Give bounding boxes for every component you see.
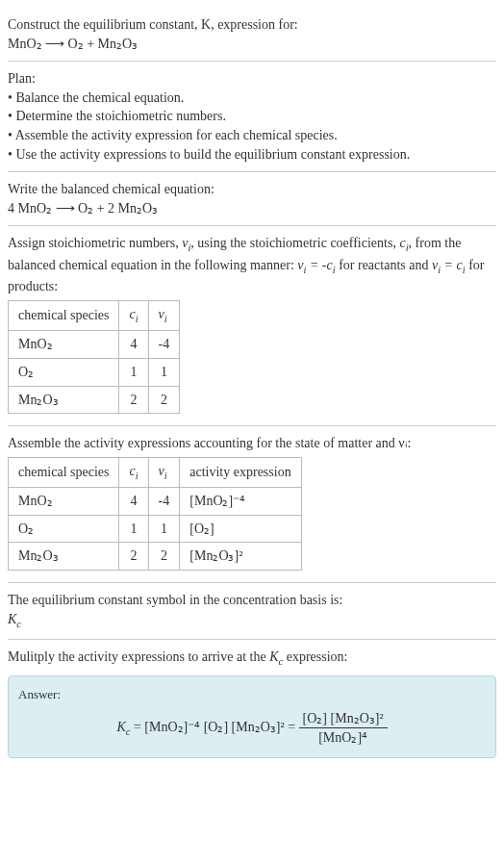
table-row: O₂ 1 1 [O₂] xyxy=(9,515,302,543)
frac-denominator: [MnO₂]⁴ xyxy=(299,728,388,748)
cell-expr: [O₂] xyxy=(180,515,301,543)
kc-lhs: Kc xyxy=(116,720,130,734)
activity-section: Assemble the activity expressions accoun… xyxy=(8,426,496,583)
cell-ci: 2 xyxy=(119,386,148,414)
col-species: chemical species xyxy=(9,300,119,330)
cell-species: MnO₂ xyxy=(9,488,119,516)
intro-line: Construct the equilibrium constant, K, e… xyxy=(8,15,496,35)
kc-expression: Kc = [MnO₂]⁻⁴ [O₂] [Mn₂O₃]² = [O₂] [Mn₂O… xyxy=(18,709,486,748)
intro-text: Construct the equilibrium constant, K, e… xyxy=(8,17,298,32)
final-heading: Mulitply the activity expressions to arr… xyxy=(8,648,496,669)
kc-fraction: [O₂] [Mn₂O₃]² [MnO₂]⁴ xyxy=(299,709,388,748)
cell-nui: 2 xyxy=(148,386,180,414)
cell-ci: 4 xyxy=(119,488,148,516)
cell-ci: 4 xyxy=(119,331,148,359)
stoich-text: Assign stoichiometric numbers, νi, using… xyxy=(8,234,496,296)
eq-text: = [MnO₂]⁻⁴ [O₂] [Mn₂O₃]² = xyxy=(134,720,299,734)
frac-numerator: [O₂] [Mn₂O₃]² xyxy=(299,709,388,729)
activity-table: chemical species ci νi activity expressi… xyxy=(8,457,302,571)
cell-species: MnO₂ xyxy=(9,331,119,359)
table-row: MnO₂ 4 -4 xyxy=(9,331,180,359)
answer-label: Answer: xyxy=(18,686,486,703)
cell-species: Mn₂O₃ xyxy=(9,386,119,414)
col-expr: activity expression xyxy=(180,457,301,487)
cell-ci: 1 xyxy=(119,358,148,386)
cell-ci: 2 xyxy=(119,543,148,571)
stoich-section: Assign stoichiometric numbers, νi, using… xyxy=(8,226,496,426)
cell-expr: [MnO₂]⁻⁴ xyxy=(180,488,301,516)
plan-bullet-4: • Use the activity expressions to build … xyxy=(8,145,496,165)
plan-bullet-1: • Balance the chemical equation. xyxy=(8,89,496,108)
c-symbol: ci xyxy=(399,236,408,250)
col-ci: ci xyxy=(119,300,148,330)
col-ci: ci xyxy=(119,457,148,487)
table-row: Mn₂O₃ 2 2 [Mn₂O₃]² xyxy=(9,543,302,571)
col-nui: νi xyxy=(148,300,180,330)
symbol-kc: Kc xyxy=(8,610,496,631)
stoich-t4: for reactants and xyxy=(336,258,432,272)
table-header-row: chemical species ci νi xyxy=(9,300,180,330)
cell-nui: 1 xyxy=(148,515,180,543)
cell-species: Mn₂O₃ xyxy=(9,543,119,571)
final-heading-text: Mulitply the activity expressions to arr… xyxy=(8,649,347,664)
final-section: Mulitply the activity expressions to arr… xyxy=(8,640,496,766)
plan-heading: Plan: xyxy=(8,69,496,89)
symbol-line1: The equilibrium constant symbol in the c… xyxy=(8,591,496,610)
col-species: chemical species xyxy=(9,457,119,487)
nu-symbol: νi xyxy=(182,236,190,250)
plan-bullet-3: • Assemble the activity expression for e… xyxy=(8,126,496,145)
table-row: O₂ 1 1 xyxy=(9,358,180,386)
cell-nui: 2 xyxy=(148,543,180,571)
plan-section: Plan: • Balance the chemical equation. •… xyxy=(8,62,496,172)
plan-bullet-2: • Determine the stoichiometric numbers. xyxy=(8,107,496,126)
symbol-section: The equilibrium constant symbol in the c… xyxy=(8,583,496,640)
nu-product: νi = ci xyxy=(432,258,466,272)
balanced-section: Write the balanced chemical equation: 4 … xyxy=(8,172,496,226)
cell-species: O₂ xyxy=(9,515,119,543)
col-nui: νi xyxy=(148,457,180,487)
cell-ci: 1 xyxy=(119,515,148,543)
stoich-table: chemical species ci νi MnO₂ 4 -4 O₂ 1 1 … xyxy=(8,300,180,414)
cell-nui: 1 xyxy=(148,358,180,386)
cell-nui: -4 xyxy=(148,331,180,359)
cell-nui: -4 xyxy=(148,488,180,516)
table-header-row: chemical species ci νi activity expressi… xyxy=(9,457,302,487)
stoich-t1: Assign stoichiometric numbers, xyxy=(8,236,182,250)
table-row: Mn₂O₃ 2 2 xyxy=(9,386,180,414)
intro-section: Construct the equilibrium constant, K, e… xyxy=(8,8,496,62)
nu-reactant: νi = -ci xyxy=(297,258,335,272)
cell-species: O₂ xyxy=(9,358,119,386)
balanced-heading: Write the balanced chemical equation: xyxy=(8,180,496,199)
activity-heading: Assemble the activity expressions accoun… xyxy=(8,434,496,453)
table-row: MnO₂ 4 -4 [MnO₂]⁻⁴ xyxy=(9,488,302,516)
balanced-equation: 4 MnO₂ ⟶ O₂ + 2 Mn₂O₃ xyxy=(8,199,496,218)
unbalanced-equation: MnO₂ ⟶ O₂ + Mn₂O₃ xyxy=(8,35,496,54)
stoich-t2: , using the stoichiometric coefficients, xyxy=(190,236,399,250)
cell-expr: [Mn₂O₃]² xyxy=(180,543,301,571)
answer-box: Answer: Kc = [MnO₂]⁻⁴ [O₂] [Mn₂O₃]² = [O… xyxy=(8,675,496,758)
